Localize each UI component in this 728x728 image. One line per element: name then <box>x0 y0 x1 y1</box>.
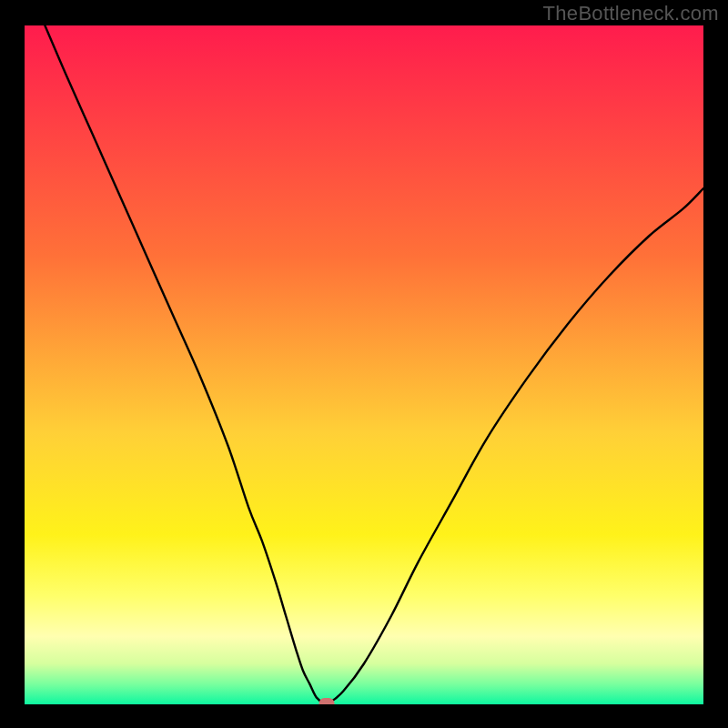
optimal-point-marker <box>318 698 334 705</box>
chart-container: TheBottleneck.com <box>0 0 728 728</box>
chart-background <box>25 25 703 704</box>
plot-area <box>25 25 703 704</box>
watermark-text: TheBottleneck.com <box>543 2 719 25</box>
chart-svg <box>25 25 703 704</box>
